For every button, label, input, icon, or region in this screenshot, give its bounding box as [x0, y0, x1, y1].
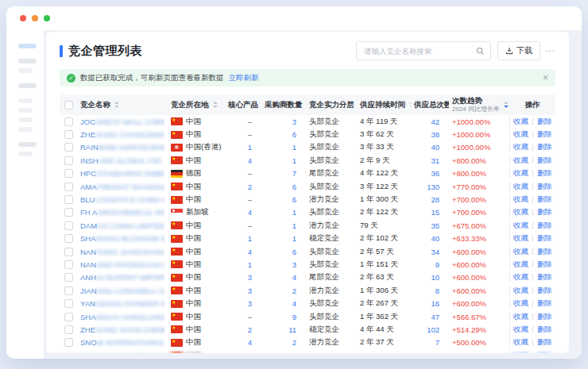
delete-link[interactable]: 删除 [537, 286, 552, 296]
row-checkbox[interactable] [64, 183, 73, 191]
buyer-count-value[interactable]: 1 [292, 208, 296, 217]
delete-link[interactable]: 删除 [537, 298, 552, 309]
buyer-count-value[interactable]: 11 [288, 325, 296, 334]
favorite-link[interactable]: 收藏 [513, 221, 528, 231]
favorite-link[interactable]: 收藏 [513, 312, 528, 322]
sidebar-item-skeleton[interactable] [18, 108, 33, 113]
sidebar-item-skeleton[interactable] [18, 68, 33, 73]
company-name-link[interactable]: INSHARE GLOBAL FZC [80, 156, 163, 165]
sidebar-item-active-skeleton[interactable] [18, 44, 37, 48]
total-supply-value[interactable]: 15 [431, 208, 439, 217]
company-name-link[interactable]: SHANGHAI GLOBAL CHEMICAL CO [80, 352, 164, 353]
buyer-count-value[interactable]: 6 [292, 248, 296, 256]
row-checkbox[interactable] [64, 143, 73, 152]
sidebar-item-skeleton[interactable] [18, 83, 37, 88]
favorite-link[interactable]: 收藏 [513, 233, 528, 244]
sort-icon[interactable] [114, 102, 119, 108]
company-name-link[interactable]: RAINBOW AGROSCIENCES TE CO … [80, 143, 164, 152]
total-supply-value[interactable]: 16 [431, 299, 439, 308]
window-close-button[interactable] [20, 15, 26, 21]
delete-link[interactable]: 删除 [537, 207, 552, 217]
banner-close-icon[interactable]: × [543, 73, 548, 83]
company-name-link[interactable]: FH AGROCHEMICAL INTERNATION… [80, 208, 164, 217]
row-checkbox[interactable] [64, 325, 73, 334]
delete-link[interactable]: 删除 [537, 247, 552, 257]
row-checkbox[interactable] [64, 352, 73, 353]
delete-link[interactable]: 删除 [537, 182, 552, 192]
total-supply-value[interactable]: 8 [435, 286, 439, 295]
company-name-link[interactable]: BLULOGISTICS CHINA CO LTD [80, 195, 164, 204]
favorite-link[interactable]: 收藏 [513, 168, 528, 179]
company-name-link[interactable]: ZHEJIANG SHAN CHEMICAL [80, 325, 164, 334]
total-supply-value[interactable]: 36 [431, 169, 439, 178]
total-supply-value[interactable]: 130 [427, 183, 439, 191]
total-supply-value[interactable]: 40 [431, 143, 439, 152]
company-name-link[interactable]: YANGZHOU PIONEER CHEMICAL … [80, 299, 164, 308]
total-supply-value[interactable]: 42 [431, 117, 439, 126]
total-supply-value[interactable]: 10 [431, 273, 439, 282]
total-supply-value[interactable]: 31 [431, 156, 439, 165]
company-name-link[interactable]: SHANGHAI HONGLIANG LOGITSTI… [80, 313, 164, 321]
company-name-link[interactable]: ANHUI DUPONT IMPORT AND EXP… [80, 273, 164, 282]
delete-link[interactable]: 删除 [537, 221, 552, 231]
favorite-link[interactable]: 收藏 [513, 194, 528, 205]
company-name-link[interactable]: NANJING RHONGLIAN CO LTD [80, 260, 164, 269]
favorite-link[interactable]: 收藏 [513, 298, 528, 309]
row-checkbox[interactable] [64, 130, 73, 139]
window-minimize-button[interactable] [32, 15, 38, 21]
download-button[interactable]: 下载 [497, 41, 540, 60]
row-checkbox[interactable] [64, 234, 73, 243]
favorite-link[interactable]: 收藏 [513, 156, 528, 166]
buyer-count-value[interactable]: 4 [292, 299, 296, 308]
sort-icon[interactable] [504, 102, 509, 108]
more-options-button[interactable]: ⋯ [545, 46, 555, 56]
buyer-count-value[interactable]: 7 [292, 169, 296, 178]
buyer-count-value[interactable]: 1 [292, 143, 296, 152]
row-checkbox[interactable] [64, 156, 73, 165]
total-supply-value[interactable]: 47 [431, 313, 439, 321]
delete-link[interactable]: 删除 [537, 142, 552, 152]
total-supply-value[interactable]: 102 [427, 325, 439, 334]
row-checkbox[interactable] [64, 169, 73, 178]
select-all-checkbox[interactable] [64, 101, 73, 110]
delete-link[interactable]: 删除 [537, 272, 552, 283]
delete-link[interactable]: 删除 [537, 351, 552, 353]
sort-icon[interactable] [213, 102, 218, 108]
row-checkbox[interactable] [64, 313, 73, 321]
delete-link[interactable]: 删除 [537, 259, 552, 270]
favorite-link[interactable]: 收藏 [513, 351, 528, 353]
total-supply-value[interactable]: 38 [431, 130, 439, 139]
row-checkbox[interactable] [64, 286, 73, 295]
buyer-count-value[interactable]: 2 [292, 286, 296, 295]
favorite-link[interactable]: 收藏 [513, 286, 528, 296]
favorite-link[interactable]: 收藏 [513, 325, 528, 335]
row-checkbox[interactable] [64, 208, 73, 217]
buyer-count-value[interactable]: 1 [292, 234, 296, 243]
sidebar-item-skeleton[interactable] [18, 152, 33, 156]
delete-link[interactable]: 删除 [537, 129, 552, 140]
favorite-link[interactable]: 收藏 [513, 117, 528, 127]
sidebar-item-skeleton[interactable] [18, 117, 33, 122]
delete-link[interactable]: 删除 [537, 325, 552, 335]
total-supply-value[interactable]: 40 [431, 234, 439, 243]
favorite-link[interactable]: 收藏 [513, 142, 528, 152]
company-name-link[interactable]: AMAFREIGHT SHANGHAI CO LTD [80, 183, 164, 191]
sidebar-item-skeleton[interactable] [18, 142, 37, 147]
company-name-link[interactable]: SNOW INTERNATIONAL TRADING … [80, 338, 164, 347]
total-supply-value[interactable]: 35 [431, 221, 439, 230]
search-icon[interactable] [476, 47, 485, 56]
sidebar-item-skeleton[interactable] [18, 98, 33, 103]
delete-link[interactable]: 删除 [537, 233, 552, 244]
total-supply-value[interactable]: 9 [435, 260, 439, 269]
row-checkbox[interactable] [64, 338, 73, 347]
row-checkbox[interactable] [64, 195, 73, 204]
delete-link[interactable]: 删除 [537, 337, 552, 348]
delete-link[interactable]: 删除 [537, 156, 552, 166]
buyer-count-value[interactable]: 6 [292, 130, 296, 139]
row-checkbox[interactable] [64, 117, 73, 126]
row-checkbox[interactable] [64, 273, 73, 282]
favorite-link[interactable]: 收藏 [513, 182, 528, 192]
refresh-now-link[interactable]: 立即刷新 [229, 73, 259, 83]
favorite-link[interactable]: 收藏 [513, 272, 528, 283]
buyer-count-value[interactable]: 1 [292, 156, 296, 165]
